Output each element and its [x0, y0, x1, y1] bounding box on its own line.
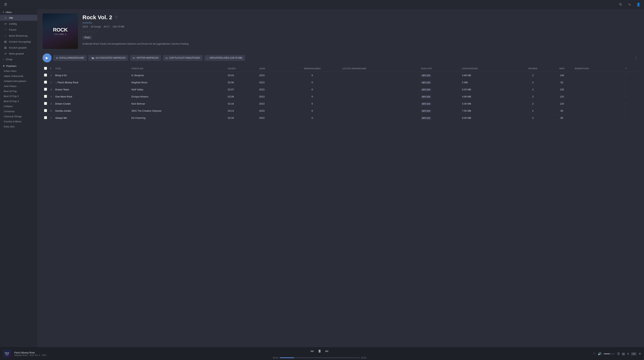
track-filesize: 4.88 MB	[460, 72, 515, 79]
playlist-classical-strings[interactable]: Classical Strings	[0, 114, 37, 119]
track-year: 2023	[258, 115, 284, 122]
track-fav[interactable]: ♡	[624, 100, 639, 107]
album-cover-text: ROCK	[53, 27, 68, 33]
track-fav[interactable]: ♡	[624, 107, 639, 115]
sidebar-item-label: Kürzlich gespielt	[9, 46, 27, 49]
volume-button[interactable]: 🔊	[598, 352, 602, 355]
album-meta: 2023 · 18 Songs · 45:17 · 106.76 MB	[82, 25, 639, 28]
menu-button[interactable]: ☰	[3, 2, 8, 7]
skip-forward-button[interactable]: ⏭	[325, 349, 329, 353]
row-checkbox[interactable]	[44, 81, 47, 84]
sidebar-item-beste-bewertung[interactable]: ☆ Beste Bewertung	[0, 33, 37, 39]
star-3[interactable]: ☆	[89, 30, 92, 34]
playlists-section-header[interactable]: ▼ Playlisten	[0, 63, 37, 69]
genre-tag[interactable]: Rock	[82, 36, 92, 39]
transport-controls: ⏮ ⏸ ⏭ 00:23 02:06	[49, 349, 590, 359]
play-next-button[interactable]: ≡▶ ALS NÄCHSTES ABSPIELEN	[88, 55, 128, 61]
table-row[interactable]: 4 One More Rock Enrique Molano 02:06 202…	[42, 93, 639, 100]
track-title: Always Me	[54, 115, 130, 122]
track-fav[interactable]: ♡	[624, 79, 639, 86]
add-playlist-button[interactable]: ≡♪ ZUR PLAYLIST HINZUFÜGEN	[163, 55, 202, 61]
track-rating	[573, 107, 624, 115]
select-all-checkbox[interactable]	[44, 67, 47, 70]
skip-back-button[interactable]: ⏮	[310, 349, 314, 353]
wave-button[interactable]: ∿	[627, 2, 632, 7]
row-checkbox[interactable]	[44, 74, 47, 77]
row-checkbox[interactable]	[44, 102, 47, 105]
track-duration: 03:13	[226, 107, 258, 115]
sidebar-item-zufaellig[interactable]: ⇄ Zufällig	[0, 21, 37, 27]
row-checkbox[interactable]	[44, 116, 47, 119]
next-icon: ≡▶	[91, 57, 94, 59]
sidebar: ▼ Alben ◎ Alle ⇄ Zufällig ♡ Favorit ☆ Be…	[0, 9, 37, 347]
row-checkbox[interactable]	[44, 88, 47, 91]
playlists-section-label: Playlisten	[6, 65, 16, 67]
th-filesize: DATEIGRÖSSE	[460, 65, 515, 72]
table-row[interactable]: 1 Bring It On N. Bergholz 02:03 2023 0 M…	[42, 72, 639, 79]
row-checkbox[interactable]	[44, 109, 47, 112]
download-button[interactable]: ↓ HERUNTERLADEN (106.76 MB)	[204, 55, 245, 61]
th-last-play: LETZTE WIEDERGABE	[341, 65, 420, 72]
track-duration: 02:03	[226, 72, 258, 79]
playlist-easy-jazz[interactable]: Easy Jazz	[0, 124, 37, 129]
table-row[interactable]: 6 Gumbo Jumbo 3001 The Creative Odyssee …	[42, 107, 639, 115]
table-row[interactable]: 7 Always Me Ed Channing 02:34 2023 0 MP3…	[42, 115, 639, 122]
sidebar-songs[interactable]: ♪ Songs	[0, 57, 37, 62]
play-button[interactable]: ▶	[42, 53, 52, 62]
sidebar-item-meist-gespielt[interactable]: ⇄ Meist gespielt	[0, 51, 37, 57]
playlist-asia-palace[interactable]: Asia Palace	[0, 84, 37, 89]
refresh-button[interactable]: ↻	[618, 2, 623, 7]
progress-bar[interactable]	[280, 357, 360, 358]
favorite-button[interactable]: ♡	[593, 352, 596, 355]
star-5[interactable]: ☆	[96, 30, 98, 34]
track-fav[interactable]: ♡	[624, 86, 639, 93]
now-playing-art: ROCKVOL2	[3, 350, 11, 358]
playlist-view-button[interactable]: ≡	[627, 352, 629, 355]
playlist-children[interactable]: Children	[0, 104, 37, 109]
row-checkbox[interactable]	[44, 95, 47, 98]
track-duration: 02:34	[226, 115, 258, 122]
volume-bar[interactable]	[604, 353, 615, 354]
track-fav[interactable]: ♡	[624, 93, 639, 100]
track-bpm: 92	[550, 79, 573, 86]
track-plays: 0	[284, 79, 341, 86]
table-row[interactable]: 2 ♫ Paul's Bluesy Rock MagNab Music 02:0…	[42, 79, 639, 86]
star-1[interactable]: ☆	[82, 30, 85, 34]
th-quality: QUALITÄT	[420, 65, 460, 72]
playlist-best-of-pop-3[interactable]: Best Of Pop 3	[0, 99, 37, 104]
table-row[interactable]: 3 Dream Team Wolf Valley 02:07 2023 0 MP…	[42, 86, 639, 93]
more-options-button[interactable]: ⋮	[633, 56, 639, 60]
playlist-country-blues[interactable]: Country & Blues	[0, 119, 37, 124]
shuffle-button[interactable]: ⇄ ZUFALLSWIEDERGABE	[53, 55, 86, 61]
lyrics-button[interactable]: ▤	[622, 352, 625, 355]
track-fav[interactable]: ♡	[624, 72, 639, 79]
track-artist: Enrique Molano	[130, 93, 226, 100]
topbar: ☰ ↻ ∿ 👤	[0, 0, 644, 9]
play-later-button[interactable]: ≡+ SPÄTER ABSPIELEN	[130, 55, 161, 61]
albums-section-header[interactable]: ▼ Alben	[0, 9, 37, 15]
pause-button[interactable]: ⏸	[318, 349, 322, 354]
playlist-alpine-volksmusik[interactable]: Alpine Volksmusik	[0, 74, 37, 79]
th-plays: WIEDERGABEN	[284, 65, 341, 72]
star-2[interactable]: ☆	[86, 30, 88, 34]
album-favorite-icon[interactable]: ♡	[114, 15, 118, 20]
time-current: 00:23	[273, 357, 278, 359]
star-4[interactable]: ☆	[92, 30, 95, 34]
playlist-ambient-atmosphere[interactable]: Ambient Atmosphere	[0, 79, 37, 84]
sidebar-item-favorit[interactable]: ♡ Favorit	[0, 27, 37, 33]
track-tracks: 2	[515, 93, 550, 100]
close-player-button[interactable]: ✕	[638, 352, 641, 355]
user-button[interactable]: 👤	[636, 2, 641, 7]
playlist-best-of-pop[interactable]: Best Of Pop	[0, 89, 37, 94]
playlist-best-of-pop-2[interactable]: Best Of Pop 2	[0, 94, 37, 99]
th-fav: ♡	[624, 65, 639, 72]
sidebar-item-kuerzelich-hinzugefuegt[interactable]: ▦ Kürzlich hinzugefügt	[0, 39, 37, 45]
playlist-action-hero[interactable]: Action Hero	[0, 69, 37, 74]
track-title: Dream Team	[54, 86, 130, 93]
queue-button[interactable]: ☰	[617, 352, 620, 355]
track-fav[interactable]: ♡	[624, 115, 639, 122]
table-row[interactable]: 5 Dream Cruisin Nick Behnan 02:16 2023 0…	[42, 100, 639, 107]
sidebar-item-alle[interactable]: ◎ Alle	[0, 15, 37, 21]
playlist-christmas[interactable]: Christmas	[0, 109, 37, 114]
sidebar-item-kuerzelich-gespielt[interactable]: ▦ Kürzlich gespielt	[0, 45, 37, 51]
